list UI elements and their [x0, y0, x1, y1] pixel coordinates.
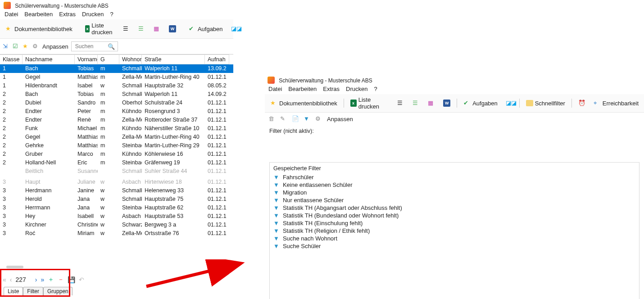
- hierarchy-icon[interactable]: ⇲: [3, 43, 10, 50]
- col-vorname[interactable]: Vorname: [75, 54, 98, 64]
- customize-label[interactable]: Anpassen: [327, 116, 353, 122]
- table-row[interactable]: 3KirchnerChristinewSchwarzaBergweg 3 a01…: [0, 221, 233, 229]
- tool-icon-1[interactable]: ☰: [395, 99, 407, 108]
- tab-liste[interactable]: Liste: [4, 287, 23, 295]
- filter-item[interactable]: ▼Statistik TH (Religion / Ethik fehlt): [273, 227, 635, 235]
- table-row[interactable]: 2GruberMarcomKühndorKöhlerwiese 1601.12.…: [0, 150, 233, 159]
- menu-datei[interactable]: Datei: [268, 86, 282, 92]
- next-icon[interactable]: ›: [35, 276, 37, 283]
- gear-icon[interactable]: ⚙: [315, 115, 322, 122]
- cell-dt: 01.12.1: [205, 186, 229, 195]
- tasks-button[interactable]: ✔ Aufgaben: [461, 99, 500, 108]
- table-row[interactable]: 2GegelMatthiasmZella-MeMartin-Luther-Rin…: [0, 133, 233, 141]
- prev-icon[interactable]: ‹: [10, 276, 12, 283]
- table-row[interactable]: 2DubielSandromOberhofSchulstraße 2401.12…: [0, 99, 233, 107]
- cell-g: w: [98, 221, 119, 229]
- filter-item[interactable]: ▼Suche nach Wohnort: [273, 235, 635, 242]
- tiles-button[interactable]: ◪◪: [503, 99, 516, 108]
- filter-label: Statistik TH (Abgangsart oder Abschluss …: [283, 204, 402, 211]
- cell-dt: 01.12.1: [205, 159, 229, 167]
- col-klasse[interactable]: Klasse: [0, 54, 23, 64]
- filter-icon[interactable]: ▼: [304, 115, 311, 122]
- table-row[interactable]: 2EndterPetermKühndorRosengrund 301.12.1: [0, 107, 233, 116]
- tool-icon-2[interactable]: ☰: [136, 24, 148, 33]
- check-icon[interactable]: ☑: [13, 43, 20, 50]
- tasks-button[interactable]: ✔ Aufgaben: [186, 24, 226, 33]
- tool-icon-3[interactable]: ▦: [151, 24, 163, 33]
- table-row[interactable]: 3HeroldJanawSchmalkHauptstraße 7501.12.1: [0, 195, 233, 204]
- quickfilter-button[interactable]: Schnellfilter: [523, 99, 568, 108]
- tool-icon-1[interactable]: ☰: [120, 24, 133, 33]
- col-g[interactable]: G: [98, 54, 119, 64]
- table-row[interactable]: 2BachTobiasmSchmalkWalperloh 1114.09.2: [0, 90, 233, 99]
- table-row[interactable]: 2Holland-NellEricmSteinbacGräfenweg 1901…: [0, 159, 233, 167]
- table-row[interactable]: 1GegelMatthiasmZella-MeMartin-Luther-Rin…: [0, 73, 233, 82]
- menu-extras[interactable]: Extras: [323, 86, 340, 92]
- remove-icon[interactable]: －: [58, 276, 64, 284]
- filter-item[interactable]: ▼Keine entlassenen Schüler: [273, 181, 635, 189]
- tool-icon-3[interactable]: ▦: [425, 99, 438, 108]
- col-strasse[interactable]: Straße: [142, 54, 205, 64]
- menu-bearbeiten[interactable]: Bearbeiten: [24, 11, 53, 18]
- table-row[interactable]: 3HeyIsabellwAsbachHauptstraße 5301.12.1: [0, 212, 233, 221]
- filter-item[interactable]: ▼Suche Schüler: [273, 242, 635, 250]
- table-row[interactable]: 3HerdmannJaninewSchmalkHelenenweg 3301.1…: [0, 186, 233, 195]
- tool-word[interactable]: W: [440, 99, 453, 108]
- customize-label[interactable]: Anpassen: [42, 43, 68, 50]
- col-nachname[interactable]: Nachname: [23, 54, 75, 64]
- table-row[interactable]: BeitlichSusanneSchmalkSuhler Straße 4401…: [0, 167, 233, 176]
- library-button[interactable]: ★ Dokumentenbibliothek: [3, 24, 75, 33]
- search-icon[interactable]: 🔍: [108, 43, 115, 50]
- search-input[interactable]: [74, 43, 103, 50]
- copy-icon[interactable]: 📄: [292, 115, 299, 122]
- filter-item[interactable]: ▼Statistik TH (Bundesland oder Wohnort f…: [273, 212, 635, 219]
- filter-item[interactable]: ▼Migration: [273, 189, 635, 196]
- filter-item[interactable]: ▼Nur entlassene Schüler: [273, 196, 635, 204]
- table-row[interactable]: 2GehrkeMatthiasmSteinbacMartin-Luther-Ri…: [0, 141, 233, 150]
- trash-icon[interactable]: 🗑: [268, 115, 276, 122]
- tool-word[interactable]: W: [166, 24, 179, 33]
- resize-handle[interactable]: [6, 266, 23, 268]
- table-row[interactable]: 2FunkMichaelmKühndorNäherstiller Straße …: [0, 124, 233, 133]
- table-row[interactable]: 3HauptJulianewAsbachHirtenwiese 1801.12.…: [0, 178, 233, 186]
- filter-icon: ▼: [273, 243, 279, 249]
- cell-st: Hauptstraße 32: [142, 82, 205, 90]
- print-list-button[interactable]: x Liste drucken: [348, 95, 392, 111]
- filter-item[interactable]: ▼Statistik TH (Abgangsart oder Abschluss…: [273, 204, 635, 212]
- reachability-button[interactable]: ⌖ Erreichbarkeit: [591, 99, 641, 108]
- first-icon[interactable]: «: [3, 276, 6, 283]
- add-icon[interactable]: ＋: [48, 276, 54, 284]
- library-button[interactable]: ★ Dokumentenbibliothek: [268, 99, 340, 108]
- table-row[interactable]: 2EndterRenèmZella-MeRotteroder Straße 37…: [0, 116, 233, 124]
- last-icon[interactable]: »: [41, 276, 44, 283]
- edit-icon[interactable]: ✎: [280, 115, 287, 122]
- search-box[interactable]: 🔍: [71, 41, 118, 51]
- menu-help[interactable]: ?: [110, 11, 113, 18]
- menu-drucken[interactable]: Drucken: [346, 86, 367, 92]
- menu-bearbeiten[interactable]: Bearbeiten: [288, 86, 317, 92]
- menu-extras[interactable]: Extras: [59, 11, 76, 18]
- tab-gruppen[interactable]: Gruppen: [43, 287, 73, 295]
- col-wohnort[interactable]: Wohnort: [119, 54, 142, 64]
- table-row[interactable]: 3RoćMiriamwZella-MeOrtsstraße 7601.12.1: [0, 229, 233, 238]
- star-icon[interactable]: ★: [23, 43, 30, 50]
- table-row[interactable]: 3HerrmannJanawSteinbacHauptstraße 6201.1…: [0, 204, 233, 212]
- tab-filter[interactable]: Filter: [23, 287, 43, 295]
- table-row[interactable]: 1HildenbrandtIsabelwSchmalkHauptstraße 3…: [0, 82, 233, 90]
- print-list-button[interactable]: x Liste drucken: [82, 21, 118, 36]
- menu-help[interactable]: ?: [374, 86, 377, 92]
- undo-icon[interactable]: ↶: [79, 276, 84, 283]
- filter-item[interactable]: ▼Fahrschüler: [273, 173, 635, 181]
- menu-datei[interactable]: Datei: [5, 11, 18, 18]
- tool-icon-2[interactable]: ☰: [410, 99, 422, 108]
- gear-icon[interactable]: ⚙: [32, 43, 40, 50]
- cell-vn: Matthias: [75, 73, 98, 81]
- col-aufnahme[interactable]: Aufnah: [205, 54, 229, 64]
- cell-nn: Herrmann: [23, 204, 75, 212]
- save-icon[interactable]: 💾: [68, 276, 75, 283]
- clock-button[interactable]: ⏰: [576, 99, 588, 108]
- table-row[interactable]: 1BachTobiasmSchmalkWalperloh 1113.09.2: [0, 64, 233, 73]
- tiles-button[interactable]: ◪◪: [228, 24, 241, 33]
- filter-item[interactable]: ▼Statistik TH (Einschulung fehlt): [273, 219, 635, 227]
- menu-drucken[interactable]: Drucken: [82, 11, 104, 18]
